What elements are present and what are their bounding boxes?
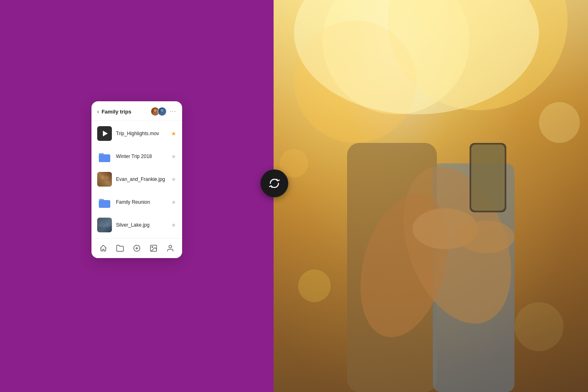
add-nav-icon[interactable] [132, 243, 142, 253]
list-item[interactable]: Evan_and_Frankie.jpg ★ [91, 168, 182, 191]
folder-icon [97, 149, 112, 164]
star-icon[interactable]: ★ [171, 222, 176, 228]
file-name: Silver_Lake.jpg [116, 222, 171, 228]
right-panel [274, 0, 588, 392]
svg-marker-16 [98, 221, 111, 226]
bottom-nav [91, 238, 182, 258]
star-icon[interactable]: ★ [171, 176, 176, 183]
sync-icon [268, 177, 281, 190]
phone-card: ‹ Family trips [91, 101, 182, 258]
list-item[interactable]: Family Reunion ★ [91, 191, 182, 214]
svg-point-3 [159, 112, 165, 116]
star-icon[interactable]: ★ [171, 199, 176, 205]
photo-nav-icon[interactable] [149, 243, 158, 253]
svg-rect-6 [97, 172, 112, 187]
more-button[interactable]: ··· [170, 108, 176, 115]
svg-point-10 [105, 181, 109, 184]
image-thumbnail [97, 218, 112, 232]
folder-nav-icon[interactable] [115, 243, 125, 253]
svg-point-7 [101, 175, 105, 179]
svg-point-2 [160, 109, 163, 112]
svg-point-22 [152, 247, 153, 248]
avatar-2 [158, 107, 167, 116]
svg-point-36 [298, 270, 331, 302]
star-icon[interactable]: ★ [171, 153, 176, 160]
sync-button[interactable] [261, 169, 288, 197]
image-thumbnail [97, 172, 112, 187]
list-item[interactable]: Silver_Lake.jpg ★ [91, 214, 182, 236]
svg-point-37 [514, 302, 564, 351]
svg-point-23 [169, 245, 172, 248]
list-item[interactable]: Trip_Highlights.mov ★ [91, 122, 182, 145]
person-nav-icon[interactable] [165, 243, 175, 253]
svg-point-35 [457, 220, 514, 253]
file-name: Family Reunion [116, 199, 171, 205]
svg-point-1 [152, 112, 158, 116]
folder-icon [97, 195, 112, 209]
folder-title: Family trips [102, 109, 151, 115]
svg-rect-11 [97, 172, 112, 187]
svg-rect-33 [471, 145, 505, 211]
svg-rect-13 [97, 218, 112, 232]
avatar-group [151, 107, 167, 116]
svg-point-38 [539, 102, 580, 143]
back-button[interactable]: ‹ [97, 108, 99, 115]
svg-point-9 [105, 176, 109, 179]
svg-point-15 [98, 225, 111, 227]
card-header: ‹ Family trips [91, 101, 182, 120]
star-icon[interactable]: ★ [171, 130, 176, 137]
svg-rect-12 [99, 200, 110, 208]
back-icon: ‹ [97, 108, 99, 115]
list-item[interactable]: Winter Trip 2018 ★ [91, 145, 182, 168]
svg-point-8 [100, 180, 106, 185]
left-panel: ‹ Family trips [0, 0, 274, 392]
file-name: Trip_Highlights.mov [116, 131, 171, 136]
file-list: Trip_Highlights.mov ★ Winter Trip 2018 ★ [91, 120, 182, 238]
svg-point-0 [154, 109, 156, 112]
svg-rect-5 [99, 154, 110, 162]
photo-overlay [274, 0, 588, 392]
home-nav-icon[interactable] [98, 243, 108, 253]
svg-rect-17 [97, 218, 112, 232]
svg-rect-14 [97, 226, 112, 232]
play-triangle-icon [103, 131, 108, 136]
file-name: Evan_and_Frankie.jpg [116, 176, 171, 182]
video-icon [97, 126, 112, 141]
file-name: Winter Trip 2018 [116, 154, 171, 159]
